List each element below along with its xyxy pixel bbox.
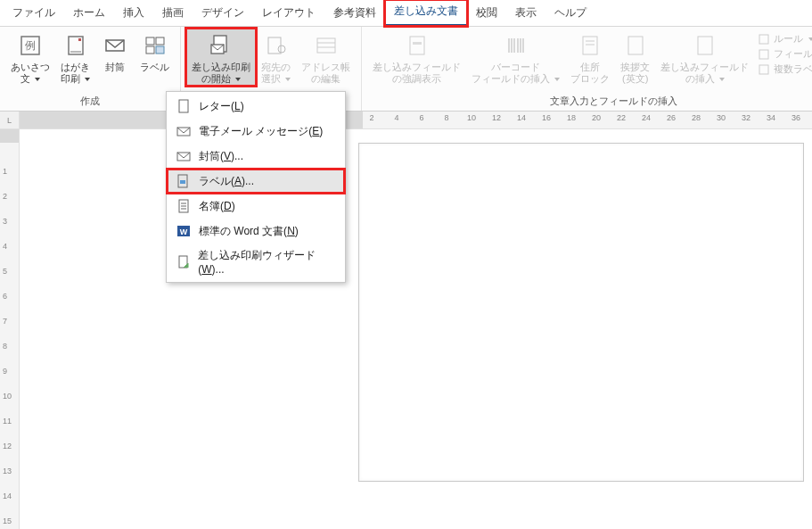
menu-label[interactable]: ラベル(A)... bbox=[167, 169, 345, 194]
barcode-label: バーコードフィールドの挿入 bbox=[472, 60, 560, 85]
ruler-v-tick: 12 bbox=[3, 442, 12, 450]
address-block-label: 住所ブロック bbox=[570, 60, 610, 85]
start-merge-button[interactable]: 差し込み印刷の開始 bbox=[186, 29, 256, 86]
menu-directory-label: 名簿(D) bbox=[199, 199, 235, 214]
address-block-button: 住所ブロック bbox=[565, 29, 615, 85]
ruler-h-tick: 14 bbox=[517, 113, 526, 122]
menu-letter[interactable]: レター(L) bbox=[167, 94, 345, 119]
tab-help[interactable]: ヘルプ bbox=[545, 2, 595, 26]
tab-home[interactable]: ホーム bbox=[64, 2, 114, 26]
tab-mailings[interactable]: 差し込み文書 bbox=[385, 0, 467, 26]
address-block-icon bbox=[576, 31, 604, 60]
page[interactable] bbox=[358, 143, 804, 482]
group-create: 例 あいさつ文 はがき印刷 封筒 ラベル bbox=[0, 27, 181, 111]
svg-rect-39 bbox=[180, 180, 185, 184]
envelope-icon bbox=[101, 31, 129, 60]
menu-directory[interactable]: 名簿(D) bbox=[167, 194, 345, 219]
svg-rect-17 bbox=[410, 37, 424, 54]
insert-field-icon bbox=[691, 31, 719, 60]
group-write: 差し込みフィールドの強調表示 バーコードフィールドの挿入 住所ブロック 挨拶文(… bbox=[362, 27, 812, 111]
ruler-v-tick: 10 bbox=[3, 392, 12, 401]
tab-draw[interactable]: 描画 bbox=[153, 2, 193, 26]
menu-normal-doc[interactable]: W 標準の Word 文書(N) bbox=[167, 219, 345, 244]
svg-rect-28 bbox=[628, 37, 643, 54]
multi-label-label: 複数ラベルに反映 bbox=[774, 62, 812, 76]
ruler-h-tick: 16 bbox=[542, 113, 551, 122]
insert-field-button: 差し込みフィールドの挿入 bbox=[655, 29, 754, 85]
ruler-h-tick: 28 bbox=[692, 113, 701, 122]
ruler-v-tick: 7 bbox=[3, 317, 7, 326]
match-fields-label: フィールドの対応 bbox=[774, 47, 812, 61]
letter-icon bbox=[176, 98, 192, 114]
svg-rect-32 bbox=[759, 65, 768, 74]
tab-layout[interactable]: レイアウト bbox=[253, 2, 324, 26]
ruler-h-tick: 26 bbox=[667, 113, 676, 122]
svg-rect-6 bbox=[146, 37, 154, 45]
label-label: ラベル bbox=[140, 60, 169, 73]
svg-rect-35 bbox=[179, 100, 188, 112]
svg-text:W: W bbox=[180, 227, 188, 236]
tab-references[interactable]: 参考資料 bbox=[324, 2, 385, 26]
barcode-button: バーコードフィールドの挿入 bbox=[466, 29, 565, 85]
tab-file[interactable]: ファイル bbox=[4, 2, 64, 26]
ruler-horizontal[interactable]: 24681012141618202224262830323436 bbox=[20, 112, 812, 129]
menu-email-label: 電子メール メッセージ(E) bbox=[199, 124, 323, 139]
greeting-button[interactable]: 例 あいさつ文 bbox=[5, 29, 55, 85]
label-menu-icon bbox=[176, 173, 192, 189]
menu-normal-doc-label: 標準の Word 文書(N) bbox=[199, 224, 299, 239]
ribbon-tabs: ファイル ホーム 挿入 描画 デザイン レイアウト 参考資料 差し込み文書 校閲… bbox=[0, 0, 812, 27]
label-button[interactable]: ラベル bbox=[135, 29, 175, 73]
ruler-v-tick: 14 bbox=[3, 492, 12, 500]
envelope-button[interactable]: 封筒 bbox=[95, 29, 135, 73]
postcard-button[interactable]: はがき印刷 bbox=[55, 29, 95, 85]
menu-envelope-label: 封筒(V)... bbox=[199, 149, 243, 164]
match-fields-button: フィールドの対応 bbox=[758, 47, 812, 61]
menu-label-label: ラベル(A)... bbox=[199, 174, 254, 189]
email-icon bbox=[176, 123, 192, 139]
ruler-v-tick: 5 bbox=[3, 267, 7, 276]
label-icon bbox=[141, 31, 169, 60]
greeting-line-label: 挨拶文(英文) bbox=[620, 60, 650, 85]
tab-view[interactable]: 表示 bbox=[506, 2, 545, 26]
menu-email[interactable]: 電子メール メッセージ(E) bbox=[167, 119, 345, 144]
ruler-h-tick: 12 bbox=[492, 113, 501, 122]
group-create-label: 作成 bbox=[80, 93, 100, 111]
greeting-label: あいさつ文 bbox=[11, 60, 50, 85]
tab-insert[interactable]: 挿入 bbox=[114, 2, 153, 26]
select-recipients-icon bbox=[262, 31, 291, 60]
select-recipients-button[interactable]: 宛先の選択 bbox=[256, 29, 296, 85]
greeting-icon: 例 bbox=[16, 31, 45, 60]
group-write-label: 文章入力とフィールドの挿入 bbox=[550, 93, 677, 111]
postcard-label: はがき印刷 bbox=[61, 60, 90, 85]
ruler-h-tick: 18 bbox=[567, 113, 576, 122]
barcode-icon bbox=[502, 31, 530, 60]
rules-label: ルール bbox=[774, 32, 812, 45]
ruler-h-tick: 10 bbox=[467, 113, 476, 122]
svg-rect-31 bbox=[759, 50, 768, 59]
svg-rect-25 bbox=[583, 37, 597, 54]
menu-wizard[interactable]: 差し込み印刷ウィザード(W)... bbox=[167, 244, 345, 280]
svg-rect-14 bbox=[317, 38, 335, 53]
ribbon: 例 あいさつ文 はがき印刷 封筒 ラベル bbox=[0, 27, 812, 112]
start-merge-menu: レター(L) 電子メール メッセージ(E) 封筒(V)... ラベル(A)...… bbox=[166, 91, 346, 283]
edit-recipients-label: アドレス帳の編集 bbox=[301, 60, 350, 85]
svg-rect-3 bbox=[78, 38, 81, 41]
svg-text:例: 例 bbox=[25, 39, 36, 52]
ruler-v-tick: 6 bbox=[3, 292, 7, 301]
ruler-h-tick: 24 bbox=[642, 113, 651, 122]
menu-envelope[interactable]: 封筒(V)... bbox=[167, 144, 345, 169]
ruler-v-tick: 1 bbox=[3, 167, 7, 176]
envelope-menu-icon bbox=[176, 148, 192, 164]
ruler-v-tick: 13 bbox=[3, 467, 12, 475]
tab-design[interactable]: デザイン bbox=[193, 2, 253, 26]
ruler-v-tick: 2 bbox=[3, 192, 7, 201]
ruler-h-tick: 4 bbox=[394, 113, 398, 122]
document-area[interactable] bbox=[20, 129, 812, 529]
greeting-line-button: 挨拶文(英文) bbox=[615, 29, 655, 85]
tab-review[interactable]: 校閲 bbox=[467, 2, 506, 26]
directory-icon bbox=[176, 198, 192, 214]
rules-button: ルール bbox=[758, 32, 812, 45]
ruler-v-tick: 8 bbox=[3, 342, 7, 351]
ruler-vertical[interactable]: 123456789101112131415 bbox=[0, 129, 20, 529]
ruler-v-tick: 4 bbox=[3, 242, 7, 251]
